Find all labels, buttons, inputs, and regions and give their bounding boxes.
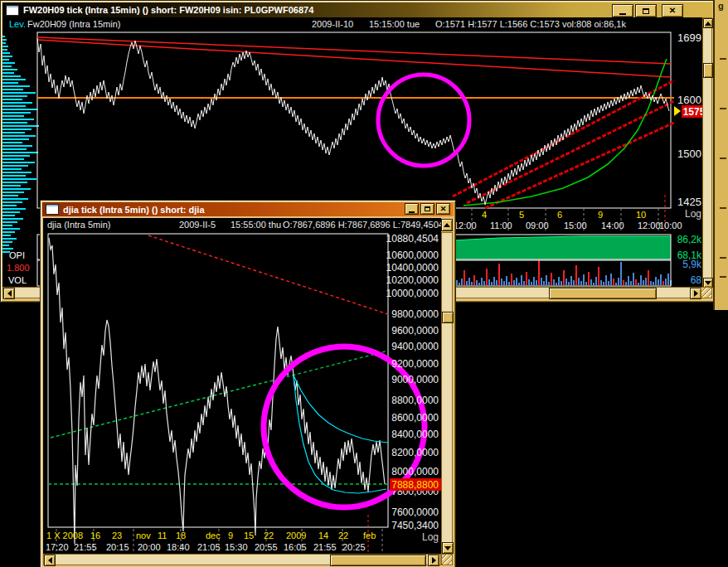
v-scrollbar[interactable]: [441, 232, 453, 554]
djia-chart-canvas[interactable]: 10880,450410600,000010400,000010200,0000…: [43, 232, 441, 565]
v-scroll-thumb[interactable]: [442, 312, 454, 323]
volume-bar: [598, 267, 599, 285]
level-histogram-bar: [2, 59, 9, 61]
close-button[interactable]: ✕: [662, 4, 683, 17]
volume-bar: [523, 281, 525, 285]
level-histogram-bar: [2, 148, 27, 150]
level-histogram-bar: [2, 152, 38, 153]
volume-bar: [630, 281, 632, 285]
level-histogram-bar: [2, 248, 13, 250]
time-axis-label: 09:00: [526, 220, 549, 230]
level-histogram-bar: [2, 99, 22, 100]
background-axis-text: g: [718, 1, 724, 11]
level-histogram-bar: [2, 238, 17, 240]
volume-bar: [548, 282, 550, 285]
scroll-right-button[interactable]: [690, 288, 701, 299]
volume-bar: [551, 273, 552, 285]
scroll-down-button[interactable]: [442, 542, 454, 554]
scroll-up-button[interactable]: [703, 18, 713, 28]
volume-bar: [570, 276, 572, 285]
level-histogram-bar: [2, 221, 17, 223]
volume-label: 68: [691, 274, 702, 286]
price-axis-label: 9200,0000: [391, 358, 439, 370]
volume-bar: [660, 274, 662, 285]
level-histogram-bar: [2, 56, 12, 57]
time-axis-label: 16:05: [284, 542, 307, 552]
volume-bar: [655, 277, 657, 285]
time-axis-label: 21:55: [313, 542, 337, 552]
minimize-icon: [409, 211, 415, 213]
level-histogram-bar: [2, 155, 30, 157]
level-histogram-bar: [2, 235, 11, 236]
scroll-right-button[interactable]: [428, 555, 439, 566]
level-histogram-bar: [2, 228, 20, 230]
level-histogram-bar: [2, 178, 36, 180]
h-scroll-thumb[interactable]: [330, 555, 426, 566]
titlebar-djia[interactable]: djia tick (Intra 5min) () short: djia: [42, 202, 454, 216]
volume-bar: [568, 282, 570, 285]
price-axis-label: 1699: [677, 32, 701, 44]
level-histogram-bar: [2, 225, 12, 226]
level-histogram-bar: [2, 191, 24, 193]
volume-bar: [640, 275, 642, 285]
price-axis-label: 9800,0000: [391, 308, 439, 320]
level-histogram-bar: [2, 82, 18, 84]
time-axis-label: 20:15: [106, 542, 129, 552]
h-scrollbar[interactable]: [43, 554, 441, 565]
level-histogram-bar: [2, 102, 32, 104]
ohlc-label: O:1571 H:1577 L:1566 C:1573 vol:808 oi:8…: [435, 19, 626, 29]
time-axis-label: 20:00: [138, 542, 161, 552]
volume-bar: [638, 283, 639, 285]
price-axis-label: 8600,0000: [391, 412, 439, 424]
last-price-value: 1575: [683, 106, 702, 118]
volume-bar: [491, 282, 493, 285]
time-axis-label: 15:30: [225, 542, 248, 552]
level-histogram-bar: [2, 46, 8, 47]
date-label: 2009-II-5: [179, 220, 216, 230]
volume-bar: [506, 276, 507, 285]
tick-mark: [720, 158, 726, 159]
maximize-button[interactable]: [635, 4, 657, 17]
date-axis-label: 2009: [286, 531, 306, 540]
date-label: 2009-II-10: [312, 19, 353, 29]
tick-mark: [720, 257, 726, 259]
up-arrow-icon: [705, 22, 711, 26]
price-axis-label: 7600,0000: [391, 506, 439, 518]
minimize-button[interactable]: [612, 4, 633, 17]
scroll-left-button[interactable]: [3, 288, 15, 299]
resize-grip[interactable]: [701, 287, 712, 298]
tick-mark: [720, 108, 726, 109]
volume-bar: [508, 282, 510, 285]
level-histogram-bar: [2, 195, 18, 196]
level-histogram-bar: [2, 208, 26, 210]
volume-bar: [585, 282, 587, 285]
scroll-left-button[interactable]: [44, 555, 56, 566]
volume-bar: [533, 277, 535, 285]
minimize-button[interactable]: [405, 203, 419, 215]
level-histogram-bar: [2, 168, 22, 170]
v-scrollbar[interactable]: [702, 17, 712, 287]
level-histogram-bar: [2, 182, 27, 183]
level-histogram-bar: [2, 162, 35, 163]
volume-bar: [667, 274, 669, 285]
resize-grip[interactable]: [441, 554, 453, 565]
volume-bar: [538, 260, 540, 285]
maximize-button[interactable]: [420, 203, 434, 215]
time-axis-label: 20:55: [255, 542, 278, 552]
titlebar-fw20h09[interactable]: FW20H09 tick (Intra 15min) () short: FW2…: [2, 2, 712, 17]
close-button[interactable]: ✕: [436, 203, 450, 215]
level-histogram-bar: [2, 65, 12, 67]
h-scroll-thumb[interactable]: [549, 288, 657, 299]
volume-bar: [643, 280, 644, 285]
sidebar-label: OPI: [9, 250, 25, 260]
scroll-up-button[interactable]: [441, 219, 453, 231]
right-arrow-icon: [432, 557, 436, 564]
window-title: djia tick (Intra 5min) () short: djia: [63, 205, 205, 215]
maximize-icon: [425, 206, 430, 211]
level-histogram-bar: [2, 145, 32, 147]
v-scroll-thumb[interactable]: [703, 63, 713, 78]
level-histogram-bar: [2, 215, 15, 216]
volume-bar: [620, 262, 622, 285]
time-axis-label: 17:20: [46, 542, 69, 552]
time-axis-label: 21:05: [197, 542, 221, 552]
